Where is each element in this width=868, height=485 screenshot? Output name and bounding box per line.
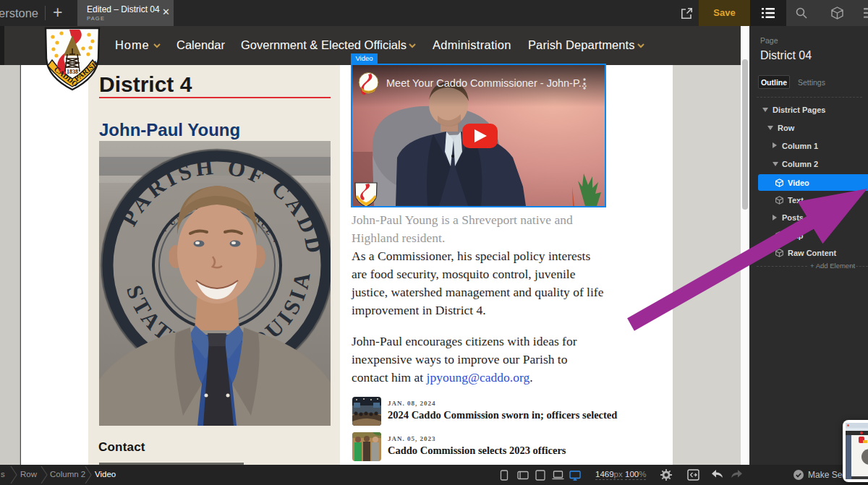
svg-text:Meet Your Caddo Commissioner -: Meet Your Caddo Commissioner - John-P... [386,77,587,89]
